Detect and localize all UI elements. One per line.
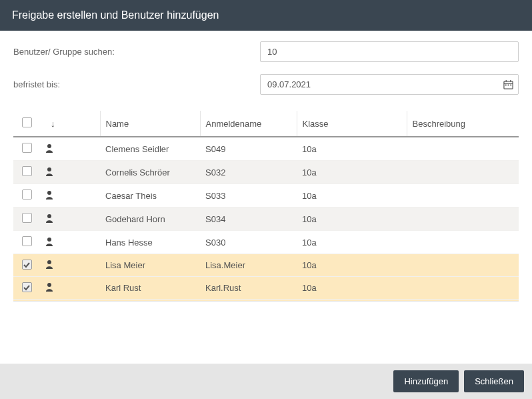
- row-checkbox-cell: [13, 300, 40, 302]
- modal-header: Freigabe erstellen und Benutzer hinzufüg…: [0, 0, 532, 31]
- row-name: Max Lustig: [100, 300, 200, 302]
- table-row[interactable]: Karl RustKarl.Rust10a: [13, 277, 519, 300]
- search-label: Benutzer/ Gruppe suchen:: [13, 47, 260, 57]
- svg-point-12: [47, 260, 51, 264]
- svg-rect-6: [510, 85, 511, 86]
- header-name-col[interactable]: Name: [100, 111, 200, 137]
- svg-point-7: [47, 144, 51, 148]
- search-input[interactable]: [260, 41, 519, 62]
- row-klasse: 10a: [297, 161, 407, 184]
- table-row[interactable]: Lisa MeierLisa.Meier10a: [13, 254, 519, 277]
- svg-rect-5: [507, 85, 509, 86]
- row-klasse: 10a: [297, 277, 407, 300]
- modal: Freigabe erstellen und Benutzer hinzufüg…: [0, 0, 532, 399]
- svg-point-11: [47, 238, 51, 242]
- header-type-col[interactable]: ↓: [40, 111, 100, 137]
- row-besch: [407, 277, 519, 300]
- row-login: Karl.Rust: [200, 277, 297, 300]
- calendar-icon: [503, 79, 513, 89]
- user-table: ↓ Name Anmeldename Klasse Beschreibung C…: [13, 111, 519, 302]
- header-checkbox-col: [13, 111, 40, 137]
- header-besch-col[interactable]: Beschreibung: [407, 111, 519, 137]
- user-icon: [45, 190, 53, 200]
- table-body: Clemens SeidlerS04910aCornelis SchröerS0…: [13, 137, 519, 302]
- row-checkbox[interactable]: [22, 282, 32, 292]
- row-checkbox[interactable]: [22, 143, 32, 153]
- row-checkbox-cell: [13, 277, 40, 300]
- row-login: S034: [200, 208, 297, 231]
- row-checkbox-cell: [13, 137, 40, 161]
- row-besch: [407, 137, 519, 161]
- row-name: Godehard Horn: [100, 208, 200, 231]
- row-checkbox-cell: [13, 254, 40, 277]
- row-type-cell: [40, 137, 100, 161]
- arrow-down-icon: ↓: [51, 119, 55, 129]
- row-checkbox-cell: [13, 184, 40, 208]
- row-name: Lisa Meier: [100, 254, 200, 277]
- row-klasse: 10a: [297, 208, 407, 231]
- row-type-cell: [40, 277, 100, 300]
- add-button[interactable]: Hinzufügen: [393, 370, 459, 392]
- svg-point-10: [47, 214, 51, 218]
- table-row[interactable]: Clemens SeidlerS04910a: [13, 137, 519, 161]
- row-klasse: 10a: [297, 184, 407, 208]
- close-button[interactable]: Schließen: [464, 370, 524, 392]
- row-login: S032: [200, 161, 297, 184]
- table-row[interactable]: Godehard HornS03410a: [13, 208, 519, 231]
- user-icon: [45, 237, 53, 246]
- row-name: Hans Hesse: [100, 231, 200, 254]
- select-all-checkbox[interactable]: [22, 117, 32, 127]
- row-name: Karl Rust: [100, 277, 200, 300]
- row-checkbox[interactable]: [22, 189, 32, 200]
- user-icon: [45, 214, 53, 223]
- row-klasse: 10a: [297, 254, 407, 277]
- until-label: befristet bis:: [13, 79, 260, 89]
- until-field-wrapper: [260, 74, 519, 95]
- user-icon: [45, 282, 53, 292]
- row-klasse: 10a: [297, 300, 407, 302]
- row-type-cell: [40, 300, 100, 302]
- row-checkbox[interactable]: [22, 213, 32, 223]
- row-type-cell: [40, 231, 100, 254]
- table-row[interactable]: Max LustigMax.Lustig10a: [13, 300, 519, 302]
- row-besch: [407, 231, 519, 254]
- row-login: S049: [200, 137, 297, 161]
- row-name: Cornelis Schröer: [100, 161, 200, 184]
- row-checkbox-cell: [13, 208, 40, 231]
- search-row: Benutzer/ Gruppe suchen:: [13, 41, 519, 62]
- row-checkbox[interactable]: [22, 260, 32, 270]
- table-scroll[interactable]: ↓ Name Anmeldename Klasse Beschreibung C…: [13, 111, 519, 302]
- until-input[interactable]: [260, 74, 519, 95]
- row-type-cell: [40, 208, 100, 231]
- row-checkbox-cell: [13, 231, 40, 254]
- table-row[interactable]: Caesar TheisS03310a: [13, 184, 519, 208]
- svg-rect-4: [505, 85, 506, 86]
- row-besch: [407, 184, 519, 208]
- header-login-col[interactable]: Anmeldename: [200, 111, 297, 137]
- row-login: Max.Lustig: [200, 300, 297, 302]
- table-row[interactable]: Hans HesseS03010a: [13, 231, 519, 254]
- row-name: Caesar Theis: [100, 184, 200, 208]
- row-besch: [407, 300, 519, 302]
- modal-title: Freigabe erstellen und Benutzer hinzufüg…: [12, 9, 219, 21]
- row-checkbox-cell: [13, 161, 40, 184]
- modal-footer: Hinzufügen Schließen: [0, 364, 532, 399]
- header-klasse-col[interactable]: Klasse: [297, 111, 407, 137]
- user-icon: [45, 260, 53, 269]
- until-row: befristet bis:: [13, 74, 519, 95]
- svg-point-9: [47, 191, 51, 195]
- row-klasse: 10a: [297, 137, 407, 161]
- svg-point-13: [47, 283, 51, 287]
- table-row[interactable]: Cornelis SchröerS03210a: [13, 161, 519, 184]
- row-type-cell: [40, 254, 100, 277]
- row-checkbox[interactable]: [22, 236, 32, 246]
- calendar-button[interactable]: [497, 74, 519, 95]
- svg-point-8: [47, 167, 51, 171]
- row-besch: [407, 254, 519, 277]
- search-field-wrapper: [260, 41, 519, 62]
- row-login: S033: [200, 184, 297, 208]
- row-checkbox[interactable]: [22, 166, 32, 176]
- row-besch: [407, 161, 519, 184]
- row-name: Clemens Seidler: [100, 137, 200, 161]
- row-besch: [407, 208, 519, 231]
